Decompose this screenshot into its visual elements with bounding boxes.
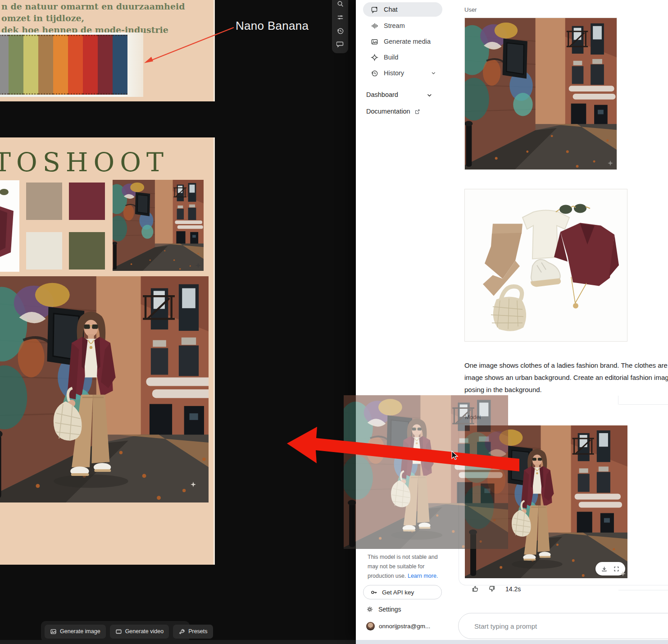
sparkle-icon (195, 263, 201, 268)
color-swatch (69, 183, 105, 220)
history-icon[interactable] (336, 27, 344, 35)
image-icon (50, 628, 57, 635)
search-icon[interactable] (336, 0, 344, 8)
settings-label: Settings (378, 606, 401, 613)
get-api-key-label: Get API key (382, 589, 414, 596)
slide-photoshoot-board[interactable]: TOSHOOT (0, 137, 215, 565)
generate-video-label: Generate video (125, 628, 164, 635)
prompt-line: posing in the background. (464, 384, 668, 396)
user-turn-label: User (464, 6, 477, 13)
user-prompt-text: One image shows clothes of a ladies fash… (464, 359, 668, 396)
history-icon (371, 69, 378, 77)
design-canvas: n de natuur omarmt en duurzaamheid omzet… (0, 0, 356, 644)
slide-text-line-1: n de natuur omarmt en duurzaamheid omzet… (1, 0, 209, 24)
prompt-line: image shows an urban background. Create … (464, 371, 668, 384)
color-swatch (9, 35, 23, 95)
annotation-label: Nano Banana (236, 19, 309, 33)
color-swatch (68, 35, 83, 95)
thumb-up-icon[interactable] (471, 585, 479, 593)
gear-icon (366, 606, 373, 613)
slide-street-photo (113, 180, 204, 271)
photoshoot-title: TOSHOOT (0, 147, 169, 177)
floating-tool-rail (332, 0, 348, 53)
canvas-bottom-strip (0, 640, 356, 644)
color-swatch (98, 35, 113, 95)
get-api-key-button[interactable]: Get API key (363, 585, 442, 599)
sidebar-item-label: Stream (384, 22, 405, 29)
chevron-down-icon[interactable] (426, 92, 432, 98)
warning-text: production use. (368, 573, 406, 579)
slide-model-photo (0, 276, 209, 502)
response-feedback-row: 14.2s (471, 585, 521, 593)
presets-label: Presets (188, 628, 207, 635)
download-icon[interactable] (601, 566, 608, 572)
model-stability-warning: This model is not stable and may not be … (368, 553, 440, 581)
color-palette-grid (26, 183, 105, 269)
chevron-down-icon[interactable] (431, 70, 436, 76)
generate-media-icon (371, 38, 378, 46)
stream-icon (371, 22, 378, 30)
avatar (366, 622, 375, 630)
prompt-line: One image shows clothes of a ladies fash… (464, 359, 668, 371)
warning-text: may not be suitable for (368, 563, 424, 570)
color-swatch (26, 232, 62, 269)
mouse-cursor (451, 451, 459, 461)
sidebar-item-chat[interactable]: Chat (363, 2, 442, 17)
window-bottom-strip (356, 640, 668, 644)
build-icon (371, 54, 378, 61)
color-swatch (26, 183, 62, 220)
generate-image-button[interactable]: Generate image (45, 625, 106, 639)
presets-button[interactable]: Presets (173, 625, 213, 639)
account-button[interactable]: onnorijpstra@gm... (366, 622, 430, 630)
sparkle-icon (608, 160, 613, 166)
settings-button[interactable]: Settings (366, 606, 401, 613)
sidebar-item-build[interactable]: Build (363, 50, 442, 64)
video-icon (115, 628, 122, 635)
sidebar-item-label: Chat (384, 6, 398, 13)
user-image-clothes[interactable] (464, 189, 627, 342)
fabric-swatch-strip (0, 32, 143, 97)
color-swatch (113, 35, 127, 95)
chat-icon (371, 6, 378, 14)
screenshot-root: n de natuur omarmt en duurzaamheid omzet… (0, 0, 668, 644)
sidebar-footer: This model is not stable and may not be … (356, 553, 450, 634)
sidebar-item-generate-media[interactable]: Generate media (363, 34, 442, 49)
color-swatch (53, 35, 68, 95)
dashboard-label: Dashboard (366, 91, 398, 98)
sparkle-icon (191, 482, 196, 487)
sidebar-item-dashboard[interactable]: Dashboard (366, 91, 398, 98)
fabric-swatch-row (0, 35, 127, 95)
drag-annotation-arrow (279, 419, 532, 478)
color-swatch (0, 35, 9, 95)
sidebar-item-label: History (384, 69, 404, 77)
comment-icon[interactable] (336, 41, 344, 48)
user-image-street[interactable] (464, 18, 617, 170)
color-swatch (69, 232, 105, 269)
sidebar-item-label: Build (384, 54, 398, 61)
sidebar-item-history[interactable]: History (363, 66, 442, 80)
color-swatch (23, 35, 38, 95)
account-email: onnorijpstra@gm... (379, 623, 430, 630)
generate-video-button[interactable]: Generate video (110, 625, 169, 639)
warning-text: This model is not stable and (368, 554, 438, 560)
generate-image-label: Generate image (60, 628, 100, 635)
generation-latency: 14.2s (505, 585, 521, 593)
sidebar-item-stream[interactable]: Stream (363, 18, 442, 33)
key-icon (370, 589, 377, 596)
learn-more-link[interactable]: Learn more. (408, 573, 438, 579)
color-swatch (38, 35, 53, 95)
blazer-card (0, 180, 19, 272)
canvas-action-bar: Generate image Generate video Presets (41, 621, 190, 642)
external-link-icon (414, 109, 420, 114)
sparkle-icon (620, 571, 626, 576)
feedback-divider (618, 590, 668, 590)
sliders-icon[interactable] (336, 14, 344, 21)
nano-banana-arrow (141, 22, 236, 65)
sidebar-item-label: Generate media (384, 38, 431, 45)
sidebar-item-documentation[interactable]: Documentation (366, 108, 420, 115)
documentation-label: Documentation (366, 108, 410, 115)
thumb-down-icon[interactable] (488, 585, 496, 593)
rocket-icon (178, 628, 185, 635)
fullscreen-icon[interactable] (613, 566, 620, 572)
prompt-input[interactable] (473, 622, 646, 630)
